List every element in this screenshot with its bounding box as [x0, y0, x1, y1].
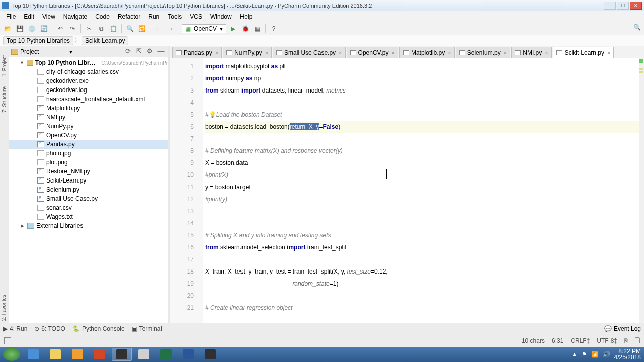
- replace-icon[interactable]: 🔁: [136, 23, 147, 34]
- menu-help[interactable]: Help: [237, 12, 256, 21]
- code-line[interactable]: from sklearn.model_selection import trai…: [205, 241, 639, 253]
- editor-tab[interactable]: OpenCV.py×: [347, 47, 398, 58]
- menu-refactor[interactable]: Refactor: [115, 12, 143, 21]
- tree-root[interactable]: ▼ Top 10 Python Libraries C:\Users\Saura…: [9, 58, 168, 67]
- sync-icon[interactable]: ⟳: [123, 47, 132, 56]
- menu-edit[interactable]: Edit: [21, 12, 37, 21]
- close-button[interactable]: ✕: [630, 2, 642, 10]
- coverage-icon[interactable]: ▦: [252, 23, 263, 34]
- tree-file[interactable]: ▶city-of-chicago-salaries.csv: [9, 67, 168, 76]
- editor-tab[interactable]: Pandas.py×: [172, 47, 222, 58]
- tray-expand-icon[interactable]: ▲: [572, 351, 578, 358]
- tree-file[interactable]: ▶NMI.py: [9, 113, 168, 122]
- bottom-tab[interactable]: 🐍Python Console: [72, 325, 125, 332]
- gear-icon[interactable]: ⚙: [145, 47, 154, 56]
- code-line[interactable]: #💡Load the boston Dataset: [205, 109, 639, 121]
- project-tool-tab[interactable]: 1: Project: [1, 53, 8, 78]
- code-line[interactable]: #print(X): [205, 169, 639, 181]
- start-button[interactable]: [3, 348, 20, 361]
- tree-file[interactable]: ▶OpenCV.py: [9, 131, 168, 140]
- save-icon[interactable]: 💾: [14, 23, 25, 34]
- editor-tab[interactable]: Scikit-Learn.py×: [553, 47, 614, 58]
- tool-windows-icon[interactable]: [4, 337, 11, 344]
- code-line[interactable]: [205, 205, 639, 217]
- status-line-sep[interactable]: CRLF‡: [571, 337, 590, 344]
- flag-icon[interactable]: ⚑: [582, 351, 587, 358]
- close-tab-icon[interactable]: ×: [545, 50, 548, 56]
- tree-file[interactable]: ▶photo.jpg: [9, 149, 168, 158]
- saveall-icon[interactable]: 💿: [26, 23, 37, 34]
- search-everywhere-icon[interactable]: 🔍: [632, 24, 642, 34]
- back-icon[interactable]: ←: [153, 23, 164, 34]
- find-icon[interactable]: 🔍: [124, 23, 135, 34]
- close-tab-icon[interactable]: ×: [607, 50, 610, 56]
- warning-mark[interactable]: [639, 68, 643, 70]
- code-body[interactable]: import matplotlib.pyplot as pltimport nu…: [203, 58, 639, 323]
- code-line[interactable]: y = boston.target: [205, 181, 639, 193]
- open-icon[interactable]: 📂: [2, 23, 13, 34]
- refresh-icon[interactable]: 🔄: [38, 23, 49, 34]
- status-encoding[interactable]: UTF-8‡: [597, 337, 617, 344]
- debug-icon[interactable]: 🐞: [239, 23, 251, 34]
- hide-icon[interactable]: —: [156, 47, 166, 56]
- help-icon[interactable]: ?: [268, 23, 279, 34]
- structure-tool-tab[interactable]: 7: Structure: [1, 84, 8, 115]
- code-line[interactable]: boston = datasets.load_boston(return_X_y…: [205, 121, 639, 133]
- close-tab-icon[interactable]: ×: [265, 50, 268, 56]
- cut-icon[interactable]: ✂: [84, 23, 95, 34]
- tree-file[interactable]: ▶Matplotlib.py: [9, 104, 168, 113]
- crumb-file[interactable]: Scikit-Learn.py: [82, 36, 128, 45]
- run-config-dropdown[interactable]: ▦OpenCV▾: [182, 24, 226, 33]
- taskbar-app-obs[interactable]: [200, 348, 220, 361]
- code-line[interactable]: from sklearn import datasets, linear_mod…: [205, 84, 639, 97]
- close-tab-icon[interactable]: ×: [504, 50, 507, 56]
- taskbar-app-calc[interactable]: [134, 348, 154, 361]
- error-stripe[interactable]: [639, 58, 644, 323]
- code-editor[interactable]: 123456789101112131415161718192021 import…: [170, 58, 644, 323]
- close-tab-icon[interactable]: ×: [215, 50, 218, 56]
- lock-icon[interactable]: [635, 337, 640, 343]
- taskbar-app-excel[interactable]: [156, 348, 176, 361]
- editor-tab[interactable]: Selenium.py×: [456, 47, 510, 58]
- editor-tab[interactable]: Matplotlib.py×: [399, 47, 455, 58]
- code-line[interactable]: # Splitting X and y into training and te…: [205, 229, 639, 241]
- bottom-tab[interactable]: ▶4: Run: [3, 325, 27, 332]
- taskbar-app-pp[interactable]: [90, 348, 110, 361]
- system-tray[interactable]: ▲ ⚑ 📶 🔊 8:22 PM4/25/2018: [572, 348, 641, 360]
- tree-file[interactable]: ▶Selenium.py: [9, 185, 168, 194]
- taskbar-app-pycharm[interactable]: [112, 348, 132, 361]
- tree-file[interactable]: ▶Small Use Case.py: [9, 194, 168, 203]
- status-context[interactable]: ⎘: [624, 337, 628, 344]
- warning-mark[interactable]: [639, 71, 643, 73]
- minimize-button[interactable]: _: [604, 2, 616, 10]
- editor-tab[interactable]: NMI.py×: [511, 47, 551, 58]
- menu-file[interactable]: File: [3, 12, 19, 21]
- tree-ext-libs[interactable]: ▶ External Libraries: [9, 221, 168, 230]
- undo-icon[interactable]: ↶: [55, 23, 66, 34]
- bottom-tab[interactable]: ⊙6: TODO: [34, 325, 65, 332]
- taskbar-app-wmp[interactable]: [67, 348, 88, 361]
- redo-icon[interactable]: ↷: [67, 23, 78, 34]
- tree-file[interactable]: ▶Scikit-Learn.py: [9, 176, 168, 185]
- taskbar-app-ie[interactable]: [23, 348, 43, 361]
- code-line[interactable]: import matplotlib.pyplot as plt: [205, 60, 639, 72]
- editor-tab[interactable]: Small Use Case.py×: [273, 47, 345, 58]
- code-line[interactable]: # Defining feature matrix(X) and respons…: [205, 145, 639, 157]
- code-line[interactable]: X = boston.data: [205, 157, 639, 169]
- tree-file[interactable]: ▶Wages.txt: [9, 212, 168, 221]
- code-line[interactable]: random_state=1): [205, 278, 639, 290]
- menu-tools[interactable]: Tools: [165, 12, 185, 21]
- tree-file[interactable]: ▶Restore_NMI.py: [9, 167, 168, 176]
- menu-view[interactable]: View: [39, 12, 58, 21]
- menu-navigate[interactable]: Navigate: [60, 12, 90, 21]
- taskbar-app-word[interactable]: [178, 348, 198, 361]
- tree-file[interactable]: ▶geckodriver.exe: [9, 76, 168, 85]
- event-log-button[interactable]: 💬 Event Log: [604, 325, 641, 332]
- tree-file[interactable]: ▶NumPy.py: [9, 122, 168, 131]
- code-line[interactable]: [205, 97, 639, 109]
- paste-icon[interactable]: 📋: [108, 23, 119, 34]
- menu-window[interactable]: Window: [207, 12, 235, 21]
- tree-file[interactable]: ▶sonar.csv: [9, 203, 168, 212]
- tree-file[interactable]: ▶plot.png: [9, 158, 168, 167]
- copy-icon[interactable]: ⧉: [96, 23, 107, 34]
